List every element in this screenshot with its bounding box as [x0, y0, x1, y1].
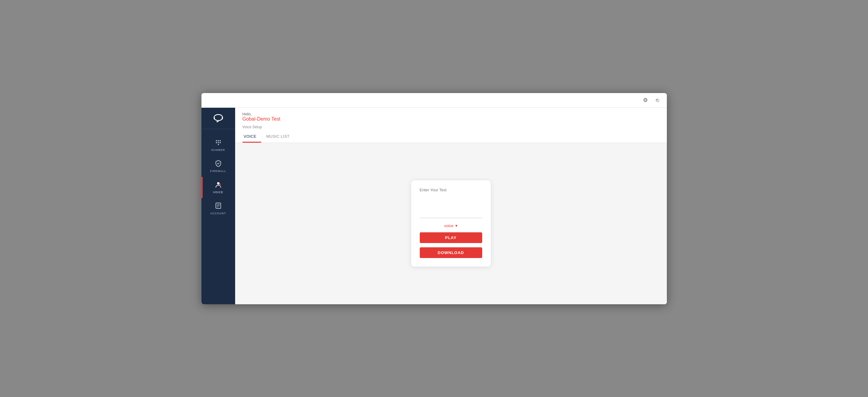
- top-bar: ⚙ ⎋: [202, 93, 667, 108]
- svg-rect-10: [218, 144, 219, 145]
- voice-selector: voice ▾: [420, 223, 482, 228]
- voice-person-icon: [215, 181, 222, 189]
- greeting-label: Hello,: [243, 112, 659, 116]
- settings-icon[interactable]: ⚙: [641, 96, 650, 104]
- svg-rect-9: [219, 142, 221, 143]
- sidebar-item-voice[interactable]: VOICE: [202, 177, 235, 198]
- svg-rect-1: [214, 117, 215, 120]
- main-layout: NUMBER FIREWALL: [202, 108, 667, 304]
- sidebar-item-account-label: ACCOUNT: [210, 212, 226, 215]
- tab-music-list[interactable]: MUSIC LIST: [265, 132, 294, 143]
- text-input[interactable]: [420, 188, 482, 218]
- section-title: Voice Setup: [243, 125, 659, 129]
- sidebar: NUMBER FIREWALL: [202, 108, 235, 304]
- sidebar-item-number[interactable]: NUMBER: [202, 135, 235, 156]
- svg-rect-4: [216, 140, 217, 141]
- sidebar-item-firewall-label: FIREWALL: [210, 170, 226, 173]
- sidebar-item-firewall[interactable]: FIREWALL: [202, 156, 235, 177]
- svg-point-11: [217, 182, 219, 185]
- firewall-icon: [215, 160, 221, 168]
- svg-rect-7: [216, 142, 217, 143]
- svg-rect-3: [216, 121, 218, 122]
- content-header: Hello, Gobal-Demo Test Voice Setup VOICE…: [235, 108, 667, 143]
- top-bar-actions: ⚙ ⎋: [641, 96, 662, 104]
- voice-selector-label: voice: [444, 224, 454, 228]
- svg-rect-8: [218, 142, 219, 143]
- svg-rect-5: [218, 140, 219, 141]
- svg-rect-2: [222, 117, 223, 120]
- tabs: VOICE MUSIC LIST: [243, 132, 659, 143]
- username-label: Gobal-Demo Test: [243, 116, 659, 122]
- download-button[interactable]: DOWNLOAD: [420, 247, 482, 258]
- app-window: ⚙ ⎋: [202, 93, 667, 304]
- svg-rect-6: [219, 140, 221, 141]
- content-area: Hello, Gobal-Demo Test Voice Setup VOICE…: [235, 108, 667, 304]
- play-button[interactable]: PLAY: [420, 232, 482, 243]
- account-icon: [215, 202, 221, 210]
- sidebar-item-voice-label: VOICE: [213, 191, 223, 194]
- number-icon: [215, 140, 221, 146]
- sidebar-item-account[interactable]: ACCOUNT: [202, 198, 235, 219]
- tab-voice[interactable]: VOICE: [243, 132, 261, 143]
- voice-dropdown-icon[interactable]: ▾: [455, 223, 458, 228]
- logo: [202, 108, 235, 129]
- sidebar-item-number-label: NUMBER: [211, 148, 225, 152]
- logout-icon[interactable]: ⎋: [653, 96, 662, 104]
- svg-point-0: [214, 114, 223, 121]
- voice-card: voice ▾ PLAY DOWNLOAD: [411, 180, 491, 267]
- svg-point-12: [219, 184, 221, 185]
- main-content: voice ▾ PLAY DOWNLOAD: [235, 143, 667, 304]
